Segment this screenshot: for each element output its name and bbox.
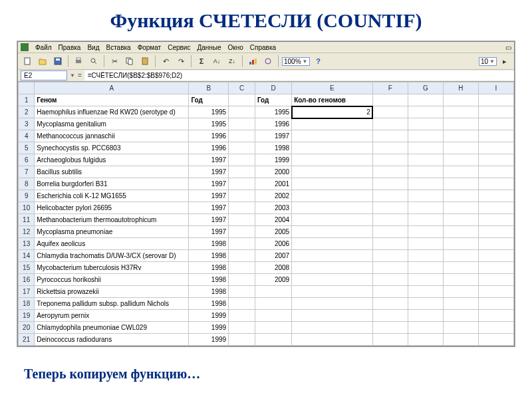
cell[interactable] bbox=[229, 94, 255, 106]
cell[interactable] bbox=[372, 190, 408, 202]
cell[interactable] bbox=[478, 178, 513, 190]
cell[interactable] bbox=[229, 118, 255, 130]
cell[interactable] bbox=[292, 238, 373, 250]
cell[interactable]: 2005 bbox=[255, 226, 291, 238]
font-size-select[interactable]: 10▼ bbox=[479, 57, 497, 66]
cell[interactable] bbox=[478, 130, 513, 142]
cell[interactable]: Rickettsia prowazekii bbox=[35, 286, 189, 298]
menu-data[interactable]: Данные bbox=[197, 44, 221, 51]
cell[interactable]: Bacillus subtilis bbox=[35, 166, 189, 178]
cell[interactable]: 1998 bbox=[189, 250, 229, 262]
cell[interactable] bbox=[478, 214, 513, 226]
cell[interactable] bbox=[443, 262, 478, 274]
cell[interactable] bbox=[478, 298, 513, 310]
cell[interactable] bbox=[443, 310, 478, 322]
formula-equals-icon[interactable]: = bbox=[78, 72, 82, 79]
chart-wizard-icon[interactable] bbox=[246, 55, 259, 68]
column-header[interactable]: D bbox=[255, 82, 291, 94]
cell[interactable] bbox=[443, 286, 478, 298]
cell[interactable] bbox=[478, 202, 513, 214]
cell[interactable]: 1996 bbox=[189, 130, 229, 142]
column-header[interactable]: I bbox=[478, 82, 513, 94]
cell[interactable]: 2004 bbox=[255, 214, 291, 226]
cell[interactable]: Aquifex aeolicus bbox=[35, 238, 189, 250]
row-header[interactable]: 17 bbox=[19, 286, 35, 298]
cell[interactable]: Deinococcus radiodurans bbox=[35, 334, 189, 346]
cell[interactable] bbox=[408, 286, 443, 298]
cell[interactable] bbox=[443, 142, 478, 154]
sort-desc-icon[interactable]: Z↓ bbox=[225, 55, 239, 68]
cell[interactable] bbox=[372, 310, 408, 322]
cell[interactable]: Mycoplasma pneumoniae bbox=[35, 226, 189, 238]
cell[interactable] bbox=[408, 106, 443, 118]
menu-window[interactable]: Окно bbox=[228, 44, 243, 51]
cell[interactable] bbox=[443, 118, 478, 130]
cell[interactable] bbox=[229, 178, 255, 190]
selected-cell[interactable]: 2 bbox=[292, 106, 373, 118]
row-header[interactable]: 4 bbox=[19, 130, 35, 142]
cell[interactable]: 1999 bbox=[189, 310, 229, 322]
formula-input[interactable]: =СЧЁТЕСЛИ($B$2:$B$976;D2) bbox=[84, 70, 514, 80]
cell[interactable] bbox=[443, 202, 478, 214]
cell[interactable] bbox=[372, 298, 408, 310]
row-header[interactable]: 7 bbox=[19, 166, 35, 178]
column-header[interactable]: G bbox=[408, 82, 443, 94]
cell[interactable] bbox=[408, 118, 443, 130]
cell[interactable]: Treponema pallidum subsp. pallidum Nicho… bbox=[35, 298, 189, 310]
cell[interactable] bbox=[443, 274, 478, 286]
undo-icon[interactable]: ↶ bbox=[159, 55, 172, 68]
cell[interactable]: 2002 bbox=[255, 190, 291, 202]
cell[interactable] bbox=[229, 190, 255, 202]
cell[interactable]: 1997 bbox=[189, 214, 229, 226]
cell[interactable] bbox=[478, 322, 513, 334]
cell[interactable] bbox=[478, 334, 513, 346]
cell[interactable]: Chlamydophila pneumoniae CWL029 bbox=[35, 322, 189, 334]
cell[interactable]: 1999 bbox=[189, 334, 229, 346]
row-header[interactable]: 20 bbox=[19, 322, 35, 334]
cell[interactable] bbox=[443, 166, 478, 178]
row-header[interactable]: 12 bbox=[19, 226, 35, 238]
cell[interactable] bbox=[478, 238, 513, 250]
cell[interactable] bbox=[372, 178, 408, 190]
print-preview-icon[interactable] bbox=[87, 55, 100, 68]
cell[interactable]: Mycobacterium tuberculosis H37Rv bbox=[35, 262, 189, 274]
cell[interactable] bbox=[292, 214, 373, 226]
cell[interactable] bbox=[408, 334, 443, 346]
cell[interactable] bbox=[292, 190, 373, 202]
cell[interactable] bbox=[443, 298, 478, 310]
cell[interactable] bbox=[292, 322, 373, 334]
cell[interactable] bbox=[292, 226, 373, 238]
cell[interactable]: Haemophilus influenzae Rd KW20 (serotype… bbox=[35, 106, 189, 118]
cell[interactable] bbox=[408, 154, 443, 166]
cell[interactable] bbox=[478, 310, 513, 322]
cell[interactable] bbox=[255, 310, 291, 322]
row-header[interactable]: 16 bbox=[19, 274, 35, 286]
paste-icon[interactable] bbox=[138, 55, 152, 68]
cell[interactable] bbox=[443, 238, 478, 250]
cell[interactable]: 1998 bbox=[189, 286, 229, 298]
cell[interactable] bbox=[255, 286, 291, 298]
cell[interactable] bbox=[229, 310, 255, 322]
cell[interactable] bbox=[408, 130, 443, 142]
cell[interactable] bbox=[408, 142, 443, 154]
row-header[interactable]: 3 bbox=[19, 118, 35, 130]
cell[interactable] bbox=[408, 202, 443, 214]
cell[interactable] bbox=[292, 118, 373, 130]
cell[interactable]: 1995 bbox=[255, 106, 291, 118]
cell[interactable] bbox=[478, 190, 513, 202]
cell[interactable]: Borrelia burgdorferi B31 bbox=[35, 178, 189, 190]
cell[interactable]: Escherichia coli K-12 MG1655 bbox=[35, 190, 189, 202]
row-header[interactable]: 10 bbox=[19, 202, 35, 214]
cell[interactable] bbox=[229, 238, 255, 250]
cell[interactable]: Chlamydia trachomatis D/UW-3/CX (serovar… bbox=[35, 250, 189, 262]
cell[interactable] bbox=[478, 262, 513, 274]
new-file-icon[interactable] bbox=[21, 55, 34, 68]
cell[interactable]: Synechocystis sp. PCC6803 bbox=[35, 142, 189, 154]
autosum-icon[interactable]: Σ bbox=[195, 55, 208, 68]
cell[interactable] bbox=[292, 262, 373, 274]
row-header[interactable]: 2 bbox=[19, 106, 35, 118]
cell[interactable]: 1997 bbox=[189, 202, 229, 214]
cell[interactable] bbox=[255, 298, 291, 310]
cell[interactable] bbox=[443, 178, 478, 190]
cell[interactable] bbox=[443, 250, 478, 262]
